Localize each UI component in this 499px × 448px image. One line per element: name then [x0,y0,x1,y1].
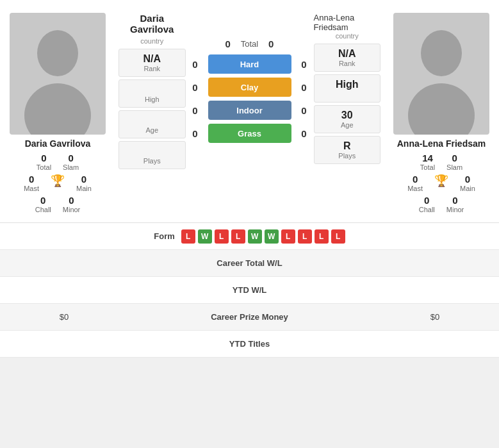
career-wl-right [371,258,499,269]
surface-section: 0 Total 0 0 Hard 0 0 Clay 0 0 [189,6,311,216]
indoor-left: 0 [189,105,202,116]
player2-high-block: High [314,74,381,103]
form-badges: LWLLWWLLLL [181,229,345,244]
total-left-score: 0 [222,38,234,49]
ytd-wl-label: YTD W/L [128,280,371,300]
ytd-titles-row: YTD Titles [0,331,499,358]
player1-middle-stats: Daria Gavrilova country N/A Rank High Ag… [115,6,189,216]
career-wl-left [0,258,128,269]
player2-slam: 0 Slam [446,153,462,171]
prize-left: $0 [0,307,128,327]
indoor-badge: Indoor [208,101,291,120]
bottom-section: Form LWLLWWLLLL Career Total W/L YTD W/L… [0,222,499,358]
grass-left: 0 [189,128,202,139]
svg-point-0 [37,30,78,76]
player1-mast: 0 Mast [24,174,39,192]
ytd-wl-right [371,285,499,295]
career-wl-label: Career Total W/L [128,253,371,273]
hard-right: 0 [298,59,311,70]
clay-right: 0 [298,82,311,93]
form-badge-l: L [315,229,329,244]
svg-point-3 [408,83,475,135]
form-badge-w: W [265,229,279,244]
player1-minor: 0 Minor [63,195,81,213]
clay-badge: Clay [208,78,291,97]
player1-main: 0 Main [76,174,92,192]
total-label: Total [241,39,258,49]
prize-right: $0 [371,307,499,327]
form-badge-l: L [281,229,295,244]
form-right-empty [371,231,499,242]
career-wl-row: Career Total W/L [0,250,499,277]
player2-chall: 0 Chall [419,195,435,213]
form-badge-w: W [198,229,212,244]
grass-right: 0 [298,128,311,139]
ytd-wl-left [0,285,128,295]
player1-chall: 0 Chall [35,195,51,213]
player2-rank-block: N/A Rank [314,44,381,72]
indoor-row: 0 Indoor 0 [189,101,311,120]
prize-label: Career Prize Money [128,307,371,327]
grass-row: 0 Grass 0 [189,124,311,143]
trophy-icon-right: 🏆 [434,174,448,192]
svg-point-1 [24,83,91,135]
player2-stats-row1: 14 Total 0 Slam [420,153,462,171]
player1-age-block: Age [119,110,186,138]
player2-middle-stats: Anna-Lena Friedsam country N/A Rank High… [311,6,384,216]
player1-high-block: High [119,79,186,108]
player1-slam: 0 Slam [63,153,79,171]
total-right-score: 0 [265,38,277,49]
player1-rank-block: N/A Rank [119,49,186,77]
ytd-titles-label: YTD Titles [128,334,371,354]
player2-stats-row2: 0 Mast 🏆 0 Main [407,174,475,192]
clay-left: 0 [189,82,202,93]
player1-name: Daria Gavrilova [25,138,91,149]
player1-avatar [10,13,106,135]
player1-card: Daria Gavrilova 0 Total 0 Slam 0 Mast 🏆 [0,6,115,216]
indoor-right: 0 [298,105,311,116]
form-badge-l: L [331,229,345,244]
grass-badge: Grass [208,124,291,143]
player2-stats-row3: 0 Chall 0 Minor [419,195,464,213]
player1-plays-block: Plays [119,141,186,169]
player1-stats-row1: 0 Total 0 Slam [37,153,79,171]
player2-name: Anna-Lena Friedsam [397,138,486,149]
form-badge-l: L [298,229,312,244]
ytd-titles-left [0,339,128,349]
form-badge-l: L [231,229,245,244]
form-badge-w: W [248,229,262,244]
player2-card: Anna-Lena Friedsam 14 Total 0 Slam 0 Mas… [384,6,499,216]
player1-stats-row2: 0 Mast 🏆 0 Main [24,174,92,192]
player2-avatar [393,13,489,135]
player2-mast: 0 Mast [407,174,423,192]
form-row: Form LWLLWWLLLL [0,223,499,250]
player2-plays-block: R Plays [314,136,381,164]
hard-row: 0 Hard 0 [189,54,311,74]
hard-badge: Hard [208,54,291,74]
trophy-icon-left: 🏆 [51,174,65,192]
form-badge-l: L [215,229,229,244]
player2-title: Anna-Lena Friedsam [314,13,381,32]
total-row: 0 Total 0 [189,38,311,49]
ytd-titles-right [371,339,499,349]
ytd-wl-row: YTD W/L [0,277,499,304]
player1-title: Daria Gavrilova [119,13,186,35]
player1-total: 0 Total [37,153,51,171]
hard-left: 0 [189,59,202,70]
player1-country: country [140,37,163,45]
form-label: Form LWLLWWLLLL [128,224,371,249]
player1-stats-row3: 0 Chall 0 Minor [35,195,81,213]
player2-minor: 0 Minor [446,195,464,213]
player2-country: country [336,32,359,40]
clay-row: 0 Clay 0 [189,78,311,97]
form-badge-l: L [181,229,195,244]
player2-age-block: 30 Age [314,105,381,133]
player2-total: 14 Total [420,153,435,171]
svg-point-2 [421,30,462,76]
player2-main: 0 Main [460,174,475,192]
prize-row: $0 Career Prize Money $0 [0,304,499,331]
form-left-empty [0,231,128,242]
